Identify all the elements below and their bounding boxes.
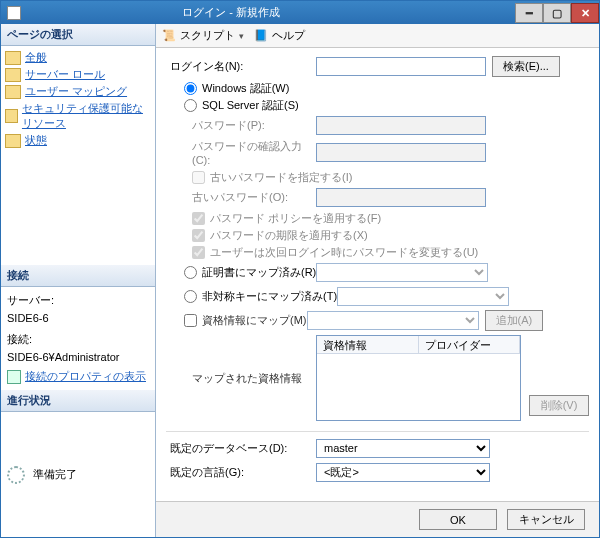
password-input: [316, 116, 486, 135]
password-confirm-input: [316, 143, 486, 162]
dialog-footer: OK キャンセル: [156, 501, 599, 537]
search-button[interactable]: 検索(E)...: [492, 56, 560, 77]
password-confirm-label: パスワードの確認入力(C):: [166, 139, 316, 166]
page-icon: [5, 134, 21, 148]
progress-text: 準備完了: [33, 467, 77, 482]
separator: [166, 431, 589, 432]
script-menu[interactable]: 📜スクリプト▾: [162, 28, 244, 43]
radio-sql-auth[interactable]: SQL Server 認証(S): [166, 98, 589, 113]
page-icon: [5, 51, 21, 65]
page-status[interactable]: 状態: [3, 132, 153, 149]
default-lang-select[interactable]: <既定>: [316, 463, 490, 482]
window-title: ログイン - 新規作成: [27, 5, 515, 20]
credentials-grid[interactable]: 資格情報 プロバイダー: [316, 335, 521, 421]
server-value: SIDE6-6: [7, 312, 149, 324]
page-server-roles[interactable]: サーバー ロール: [3, 66, 153, 83]
pages-list: 全般 サーバー ロール ユーザー マッピング セキュリティ保護可能なリソース 状…: [1, 46, 155, 152]
props-icon: [7, 370, 21, 384]
radio-mapped-cert[interactable]: 証明書にマップ済み(R): [166, 265, 316, 280]
add-credential-button: 追加(A): [485, 310, 544, 331]
page-icon: [5, 109, 18, 123]
page-general[interactable]: 全般: [3, 49, 153, 66]
maximize-button[interactable]: ▢: [543, 3, 571, 23]
close-button[interactable]: ✕: [571, 3, 599, 23]
password-label: パスワード(P):: [166, 118, 316, 133]
app-icon: [7, 6, 21, 20]
window-buttons: ━ ▢ ✕: [515, 2, 599, 23]
chk-specify-old-pw: 古いパスワードを指定する(I): [166, 170, 589, 185]
login-name-label: ログイン名(N):: [166, 59, 316, 74]
page-icon: [5, 68, 21, 82]
script-icon: 📜: [162, 29, 176, 42]
default-db-label: 既定のデータベース(D):: [166, 441, 316, 456]
cert-select: [316, 263, 488, 282]
default-lang-label: 既定の言語(G):: [166, 465, 316, 480]
login-new-window: ログイン - 新規作成 ━ ▢ ✕ ページの選択 全般 サーバー ロール ユーザ…: [0, 0, 600, 538]
mapped-credentials-label: マップされた資格情報: [166, 371, 316, 386]
chk-map-credential[interactable]: 資格情報にマップ(M): [166, 313, 307, 328]
titlebar[interactable]: ログイン - 新規作成 ━ ▢ ✕: [1, 1, 599, 24]
conn-label: 接続:: [7, 332, 149, 347]
right-panel: 📜スクリプト▾ 📘ヘルプ ログイン名(N): 検索(E)... Windows …: [156, 24, 599, 537]
body: ページの選択 全般 サーバー ロール ユーザー マッピング セキュリティ保護可能…: [1, 24, 599, 537]
help-icon: 📘: [254, 29, 268, 42]
ok-button[interactable]: OK: [419, 509, 497, 530]
login-name-input[interactable]: [316, 57, 486, 76]
chevron-down-icon: ▾: [239, 31, 244, 41]
connection-header: 接続: [1, 265, 155, 287]
connection-panel: サーバー: SIDE6-6 接続: SIDE6-6¥Administrator …: [1, 287, 155, 390]
page-securables[interactable]: セキュリティ保護可能なリソース: [3, 100, 153, 132]
left-panel: ページの選択 全般 サーバー ロール ユーザー マッピング セキュリティ保護可能…: [1, 24, 156, 537]
cancel-button[interactable]: キャンセル: [507, 509, 585, 530]
col-credential: 資格情報: [317, 336, 419, 353]
default-db-select[interactable]: master: [316, 439, 490, 458]
chk-enforce-expiration: パスワードの期限を適用する(X): [166, 228, 589, 243]
asym-select: [337, 287, 509, 306]
credentials-grid-header: 資格情報 プロバイダー: [317, 336, 520, 354]
old-password-input: [316, 188, 486, 207]
server-label: サーバー:: [7, 293, 149, 308]
conn-value: SIDE6-6¥Administrator: [7, 351, 149, 363]
radio-mapped-asym[interactable]: 非対称キーにマップ済み(T): [166, 289, 337, 304]
progress-panel: 準備完了: [1, 412, 155, 537]
help-button[interactable]: 📘ヘルプ: [254, 28, 305, 43]
old-password-label: 古いパスワード(O):: [166, 190, 316, 205]
progress-header: 進行状況: [1, 390, 155, 412]
form-content: ログイン名(N): 検索(E)... Windows 認証(W) SQL Ser…: [156, 48, 599, 501]
chk-must-change: ユーザーは次回ログイン時にパスワードを変更する(U): [166, 245, 589, 260]
toolbar: 📜スクリプト▾ 📘ヘルプ: [156, 24, 599, 48]
pages-header: ページの選択: [1, 24, 155, 46]
chk-enforce-policy: パスワード ポリシーを適用する(F): [166, 211, 589, 226]
remove-credential-button: 削除(V): [529, 395, 589, 416]
page-icon: [5, 85, 21, 99]
page-user-mapping[interactable]: ユーザー マッピング: [3, 83, 153, 100]
view-conn-props[interactable]: 接続のプロパティの表示: [7, 369, 149, 384]
progress-spinner-icon: [7, 466, 25, 484]
radio-windows-auth[interactable]: Windows 認証(W): [166, 81, 589, 96]
minimize-button[interactable]: ━: [515, 3, 543, 23]
col-provider: プロバイダー: [419, 336, 521, 353]
credential-select: [307, 311, 479, 330]
